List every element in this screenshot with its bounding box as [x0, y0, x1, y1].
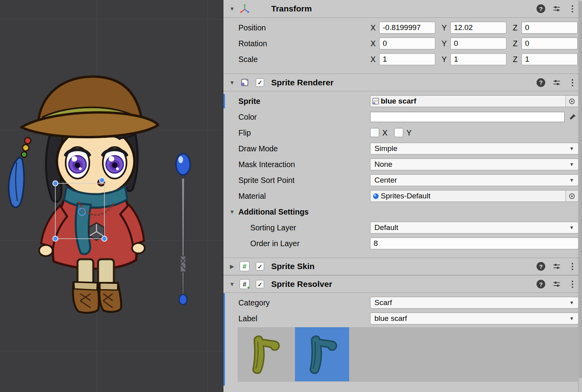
help-button[interactable]: ?	[535, 279, 546, 290]
presets-icon	[552, 4, 561, 13]
presets-button[interactable]	[551, 3, 562, 14]
presets-button[interactable]	[551, 279, 562, 290]
blue-scarf-thumbnail[interactable]	[295, 327, 349, 381]
flip-x-checkbox[interactable]	[370, 128, 379, 137]
draw-mode-row: Draw Mode Simple ▼	[223, 143, 578, 155]
chevron-down-icon: ▼	[569, 225, 574, 230]
kebab-icon: ⋮	[569, 262, 577, 271]
additional-settings-row[interactable]: ▼ Additional Settings	[223, 206, 578, 218]
inspector-panel: ▼ Transform ? ⋮ Position X Y Z Rotation …	[223, 0, 582, 392]
mask-interaction-row: Mask Interaction None ▼	[223, 158, 578, 170]
sprite-resolver-header[interactable]: ▼ #+ ✓ Sprite Resolver ? ⋮	[223, 275, 578, 293]
rotation-row: Rotation X Y Z	[223, 38, 578, 49]
enabled-checkbox[interactable]: ✓	[256, 78, 264, 87]
transform-header[interactable]: ▼ Transform ? ⋮	[223, 0, 578, 18]
component-title: Transform	[271, 4, 312, 13]
position-x-field[interactable]	[379, 22, 435, 34]
sorting-layer-dropdown[interactable]: Default ▼	[370, 222, 578, 234]
object-picker-icon	[568, 98, 576, 105]
mask-interaction-dropdown[interactable]: None ▼	[370, 158, 578, 170]
scale-row: Scale X Y Z	[223, 53, 578, 65]
sprite-skin-icon: #	[239, 261, 250, 272]
color-swatch[interactable]	[370, 112, 565, 122]
scale-z-field[interactable]	[522, 53, 578, 65]
selection-handle[interactable]	[53, 236, 58, 241]
chevron-down-icon: ▼	[569, 162, 574, 167]
scale-y-field[interactable]	[450, 53, 506, 65]
enabled-checkbox[interactable]: ✓	[256, 280, 264, 288]
help-button[interactable]: ?	[535, 3, 546, 14]
order-in-layer-label: Order in Layer	[250, 237, 300, 249]
position-z-field[interactable]	[522, 22, 578, 34]
scale-x-field[interactable]	[379, 53, 435, 65]
transform-icon	[239, 4, 250, 14]
scene-canvas	[0, 0, 223, 392]
flip-y-checkbox[interactable]	[394, 128, 403, 137]
mask-interaction-label: Mask Interaction	[238, 158, 295, 170]
sprite-renderer-header[interactable]: ▼ ✓ Sprite Renderer ? ⋮	[223, 74, 578, 91]
rotation-y-field[interactable]	[450, 38, 506, 49]
sprite-sort-point-label: Sprite Sort Point	[238, 174, 295, 186]
presets-button[interactable]	[551, 77, 562, 88]
material-object-field[interactable]: Sprites-Default	[370, 190, 578, 202]
object-picker-button[interactable]	[565, 96, 578, 107]
presets-icon	[552, 78, 561, 87]
legs-boots	[73, 259, 121, 313]
flip-row: Flip X Y	[223, 127, 578, 139]
order-in-layer-row: Order in Layer	[223, 237, 578, 249]
position-label: Position	[238, 22, 266, 34]
staff-sprite[interactable]	[176, 154, 190, 305]
foldout-open-icon[interactable]: ▼	[228, 281, 236, 287]
more-menu-button[interactable]: ⋮	[567, 261, 578, 272]
draw-mode-value: Simple	[374, 144, 566, 153]
presets-button[interactable]	[551, 261, 562, 272]
help-icon: ?	[537, 78, 545, 87]
foldout-closed-icon[interactable]: ▶	[228, 263, 236, 270]
inspector-scrollbar[interactable]	[578, 0, 582, 392]
sorting-layer-label: Sorting Layer	[250, 222, 296, 234]
category-row: Category Scarf ▼	[223, 297, 578, 309]
foldout-open-icon[interactable]: ▼	[228, 206, 236, 218]
sprite-skin-header[interactable]: ▶ # ✓ Sprite Skin ? ⋮	[223, 258, 578, 275]
component-title: Sprite Resolver	[271, 279, 332, 289]
object-picker-button[interactable]	[565, 190, 578, 202]
selection-handle[interactable]	[102, 236, 107, 241]
sprite-sort-point-row: Sprite Sort Point Center ▼	[223, 174, 578, 186]
sprite-label: Sprite	[238, 95, 260, 107]
y-axis-label: Y	[442, 38, 447, 49]
help-button[interactable]: ?	[535, 77, 546, 88]
object-picker-icon	[568, 192, 576, 200]
eyedropper-button[interactable]	[567, 111, 578, 122]
mask-interaction-value: None	[374, 160, 566, 169]
order-in-layer-field[interactable]	[370, 237, 578, 249]
sprite-sort-point-dropdown[interactable]: Center ▼	[370, 174, 578, 186]
sprite-renderer-icon	[239, 77, 250, 88]
scale-label: Scale	[238, 53, 258, 65]
rotation-z-field[interactable]	[522, 38, 578, 49]
chevron-down-icon: ▼	[569, 146, 574, 151]
label-dropdown[interactable]: blue scarf ▼	[370, 313, 578, 324]
help-button[interactable]: ?	[535, 261, 546, 272]
check-icon: ✓	[257, 263, 263, 270]
foldout-open-icon[interactable]: ▼	[228, 79, 236, 86]
scrollbar-thumb[interactable]	[579, 1, 582, 378]
selection-handle[interactable]	[100, 178, 105, 183]
wizard-hat	[21, 77, 158, 137]
more-menu-button[interactable]: ⋮	[567, 279, 578, 290]
sprite-object-field[interactable]: blue scarf	[370, 95, 578, 107]
more-menu-button[interactable]: ⋮	[567, 77, 578, 88]
more-menu-button[interactable]: ⋮	[567, 3, 578, 14]
color-row: Color	[223, 111, 578, 123]
foldout-open-icon[interactable]: ▼	[228, 6, 236, 12]
label-value: blue scarf	[374, 314, 566, 323]
scene-view[interactable]	[0, 0, 223, 392]
green-scarf-thumbnail[interactable]	[238, 327, 292, 381]
additional-settings-label: Additional Settings	[238, 206, 309, 218]
position-y-field[interactable]	[450, 22, 506, 34]
character-sprite[interactable]	[9, 77, 158, 313]
rotation-x-field[interactable]	[379, 38, 435, 49]
draw-mode-dropdown[interactable]: Simple ▼	[370, 143, 578, 155]
category-dropdown[interactable]: Scarf ▼	[370, 297, 578, 309]
enabled-checkbox[interactable]: ✓	[256, 262, 264, 271]
selection-handle[interactable]	[53, 181, 58, 186]
